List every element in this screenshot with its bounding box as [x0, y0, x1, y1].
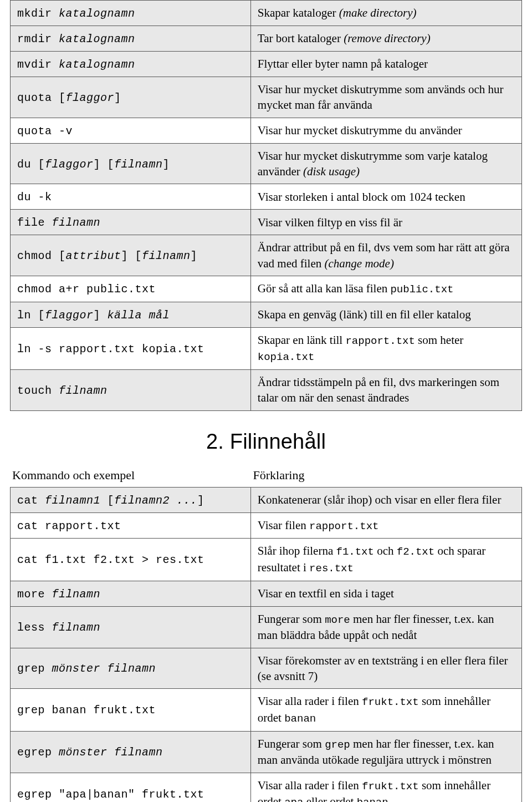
- description-cell: Visar hur mycket diskutrymme du använder: [250, 118, 521, 143]
- table-row: grep mönster filnamnVisar förekomster av…: [11, 648, 522, 689]
- command-cell: grep mönster filnamn: [11, 648, 251, 689]
- description-cell: Visar förekomster av en textsträng i en …: [250, 648, 521, 689]
- description-cell: Visar vilken filtyp en viss fil är: [250, 210, 521, 235]
- command-cell: file filnamn: [11, 210, 251, 235]
- command-cell: touch filnamn: [11, 369, 251, 410]
- command-table-2-body: cat filnamn1 [filnamn2 ...]Konkatenerar …: [11, 487, 522, 802]
- description-cell: Fungerar som more men har fler finesser,…: [250, 606, 521, 648]
- command-cell: cat f1.txt f2.txt > res.txt: [11, 539, 251, 581]
- command-cell: mkdir katalognamn: [11, 1, 251, 26]
- table-row: quota -vVisar hur mycket diskutrymme du …: [11, 118, 522, 143]
- column-header-description: Förklaring: [251, 468, 522, 483]
- description-cell: Fungerar som grep men har fler finesser,…: [250, 731, 521, 773]
- column-header-command: Kommando och exempel: [10, 468, 251, 483]
- command-cell: cat filnamn1 [filnamn2 ...]: [11, 487, 251, 512]
- table-row: du [flaggor] [filnamn]Visar hur mycket d…: [11, 143, 522, 184]
- section-title-2: 2. Filinnehåll: [10, 430, 522, 454]
- command-cell: mvdir katalognamn: [11, 52, 251, 77]
- description-cell: Skapa en genväg (länk) till en fil eller…: [250, 302, 521, 327]
- description-cell: Visar storleken i antal block om 1024 te…: [250, 184, 521, 210]
- command-cell: du -k: [11, 184, 251, 210]
- command-cell: chmod a+r public.txt: [11, 276, 251, 302]
- table-row: cat filnamn1 [filnamn2 ...]Konkatenerar …: [11, 487, 522, 512]
- table-row: ln [flaggor] källa målSkapa en genväg (l…: [11, 302, 522, 327]
- table-row: mvdir katalognamnFlyttar eller byter nam…: [11, 52, 522, 77]
- table-row: chmod a+r public.txtGör så att alla kan …: [11, 276, 522, 302]
- description-cell: Skapar en länk till rapport.txt som hete…: [250, 327, 521, 369]
- table-row: chmod [attribut] [filnamn]Ändrar attribu…: [11, 235, 522, 276]
- command-cell: ln -s rapport.txt kopia.txt: [11, 327, 251, 369]
- description-cell: Tar bort kataloger (remove directory): [250, 26, 521, 52]
- description-cell: Visar alla rader i filen frukt.txt som i…: [250, 689, 521, 731]
- command-cell: quota [flaggor]: [11, 77, 251, 118]
- table-row: grep banan frukt.txtVisar alla rader i f…: [11, 689, 522, 731]
- table-row: less filnamnFungerar som more men har fl…: [11, 606, 522, 648]
- table-row: cat f1.txt f2.txt > res.txtSlår ihop fil…: [11, 539, 522, 581]
- column-headers: Kommando och exempel Förklaring: [10, 468, 522, 483]
- command-cell: quota -v: [11, 118, 251, 143]
- command-cell: du [flaggor] [filnamn]: [11, 143, 251, 184]
- description-cell: Ändrar attribut på en fil, dvs vem som h…: [250, 235, 521, 276]
- table-row: mkdir katalognamnSkapar kataloger (make …: [11, 1, 522, 26]
- description-cell: Flyttar eller byter namn på kataloger: [250, 52, 521, 77]
- description-cell: Visar filen rapport.txt: [250, 512, 521, 539]
- command-table-1-body: mkdir katalognamnSkapar kataloger (make …: [11, 1, 522, 411]
- description-cell: Ändrar tidsstämpeln på en fil, dvs marke…: [250, 369, 521, 410]
- description-cell: Visar en textfil en sida i taget: [250, 581, 521, 606]
- description-cell: Slår ihop filerna f1.txt och f2.txt och …: [250, 539, 521, 581]
- command-cell: grep banan frukt.txt: [11, 689, 251, 731]
- table-row: touch filnamnÄndrar tidsstämpeln på en f…: [11, 369, 522, 410]
- table-row: ln -s rapport.txt kopia.txtSkapar en län…: [11, 327, 522, 369]
- table-row: file filnamnVisar vilken filtyp en viss …: [11, 210, 522, 235]
- command-cell: more filnamn: [11, 581, 251, 606]
- command-cell: ln [flaggor] källa mål: [11, 302, 251, 327]
- table-row: quota [flaggor]Visar hur mycket diskutry…: [11, 77, 522, 118]
- table-row: du -kVisar storleken i antal block om 10…: [11, 184, 522, 210]
- command-table-2: cat filnamn1 [filnamn2 ...]Konkatenerar …: [10, 487, 522, 802]
- description-cell: Visar hur mycket diskutrymme som varje k…: [250, 143, 521, 184]
- table-row: egrep mönster filnamnFungerar som grep m…: [11, 731, 522, 773]
- description-cell: Visar hur mycket diskutrymme som används…: [250, 77, 521, 118]
- command-cell: chmod [attribut] [filnamn]: [11, 235, 251, 276]
- table-row: cat rapport.txtVisar filen rapport.txt: [11, 512, 522, 539]
- command-cell: egrep "apa|banan" frukt.txt: [11, 773, 251, 802]
- command-cell: rmdir katalognamn: [11, 26, 251, 52]
- command-table-1: mkdir katalognamnSkapar kataloger (make …: [10, 0, 522, 411]
- description-cell: Skapar kataloger (make directory): [250, 1, 521, 26]
- description-cell: Visar alla rader i filen frukt.txt som i…: [250, 773, 521, 802]
- description-cell: Gör så att alla kan läsa filen public.tx…: [250, 276, 521, 302]
- table-row: rmdir katalognamnTar bort kataloger (rem…: [11, 26, 522, 52]
- command-cell: egrep mönster filnamn: [11, 731, 251, 773]
- table-row: more filnamnVisar en textfil en sida i t…: [11, 581, 522, 606]
- command-cell: less filnamn: [11, 606, 251, 648]
- table-row: egrep "apa|banan" frukt.txtVisar alla ra…: [11, 773, 522, 802]
- command-cell: cat rapport.txt: [11, 512, 251, 539]
- description-cell: Konkatenerar (slår ihop) och visar en el…: [250, 487, 521, 512]
